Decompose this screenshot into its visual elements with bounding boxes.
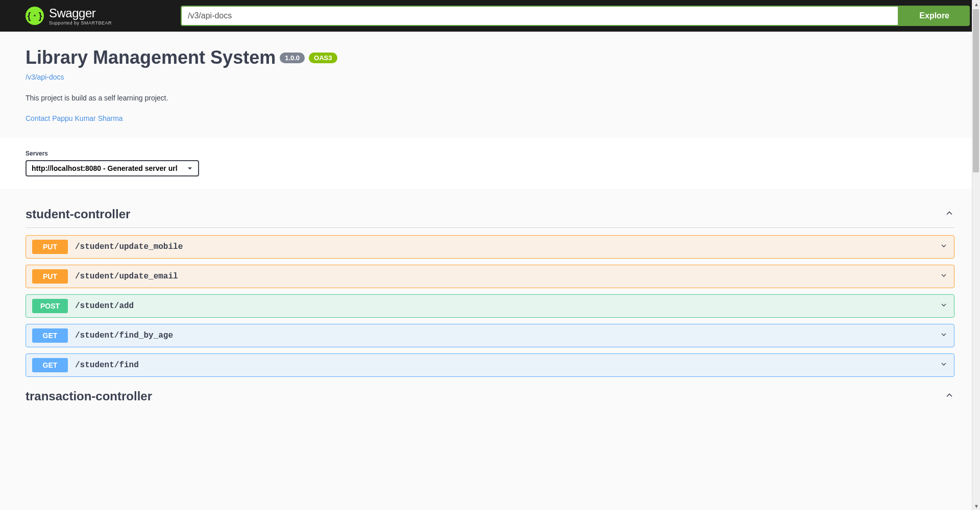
servers-section: Servers http://localhost:8080 - Generate… xyxy=(0,138,980,189)
api-url-input[interactable] xyxy=(181,6,899,26)
endpoint-path: /student/find xyxy=(75,361,940,370)
method-badge: GET xyxy=(32,328,68,343)
logo-text-block: Swagger Supported by SMARTBEAR xyxy=(49,6,112,26)
endpoint-path: /student/update_mobile xyxy=(75,242,940,251)
chevron-down-icon xyxy=(940,360,948,370)
chevron-up-icon xyxy=(944,208,954,220)
logo-subtitle: Supported by SMARTBEAR xyxy=(49,20,112,26)
method-badge: GET xyxy=(32,358,68,372)
controllers-section: student-controllerPUT/student/update_mob… xyxy=(0,189,980,422)
swagger-logo-icon: { · } xyxy=(26,7,44,25)
chevron-up-icon xyxy=(944,390,954,402)
title-row: Library Management System 1.0.0 OAS3 xyxy=(26,47,954,68)
scrollbar-thumb[interactable] xyxy=(973,9,979,172)
servers-label: Servers xyxy=(26,150,954,157)
explore-button[interactable]: Explore xyxy=(899,6,970,26)
endpoint-path: /student/update_email xyxy=(75,272,940,281)
tag-divider xyxy=(26,227,954,228)
chevron-down-icon xyxy=(940,271,948,282)
endpoint-row[interactable]: GET/student/find_by_age xyxy=(26,324,954,347)
endpoint-row[interactable]: GET/student/find xyxy=(26,353,954,377)
controller-header[interactable]: transaction-controller xyxy=(26,383,954,410)
scrollbar-up-icon[interactable]: ▲ xyxy=(972,0,980,8)
chevron-down-icon xyxy=(940,330,948,341)
endpoint-path: /student/find_by_age xyxy=(75,331,940,340)
chevron-down-icon xyxy=(940,242,948,252)
method-badge: PUT xyxy=(32,240,68,254)
scrollbar[interactable]: ▲ ▼ xyxy=(972,0,980,422)
info-section: Library Management System 1.0.0 OAS3 /v3… xyxy=(0,32,980,138)
endpoint-path: /student/add xyxy=(75,301,940,311)
endpoint-row[interactable]: PUT/student/update_mobile xyxy=(26,235,954,259)
controller-header[interactable]: student-controller xyxy=(26,201,954,227)
oas-badge: OAS3 xyxy=(309,53,337,63)
topbar: { · } Swagger Supported by SMARTBEAR Exp… xyxy=(0,0,980,32)
controller-name: transaction-controller xyxy=(26,389,152,403)
contact-link[interactable]: Contact Pappu Kumar Sharma xyxy=(26,114,954,122)
api-title: Library Management System xyxy=(26,47,276,68)
endpoint-row[interactable]: PUT/student/update_email xyxy=(26,265,954,288)
api-description: This project is build as a self learning… xyxy=(26,94,954,102)
chevron-down-icon xyxy=(940,301,948,311)
method-badge: POST xyxy=(32,299,68,313)
version-badge: 1.0.0 xyxy=(280,53,305,63)
server-select[interactable]: http://localhost:8080 - Generated server… xyxy=(26,160,199,176)
api-docs-link[interactable]: /v3/api-docs xyxy=(26,73,64,81)
method-badge: PUT xyxy=(32,269,68,284)
logo-container: { · } Swagger Supported by SMARTBEAR xyxy=(26,6,168,26)
controller-name: student-controller xyxy=(26,207,130,221)
endpoint-row[interactable]: POST/student/add xyxy=(26,294,954,318)
logo-title: Swagger xyxy=(49,6,112,20)
